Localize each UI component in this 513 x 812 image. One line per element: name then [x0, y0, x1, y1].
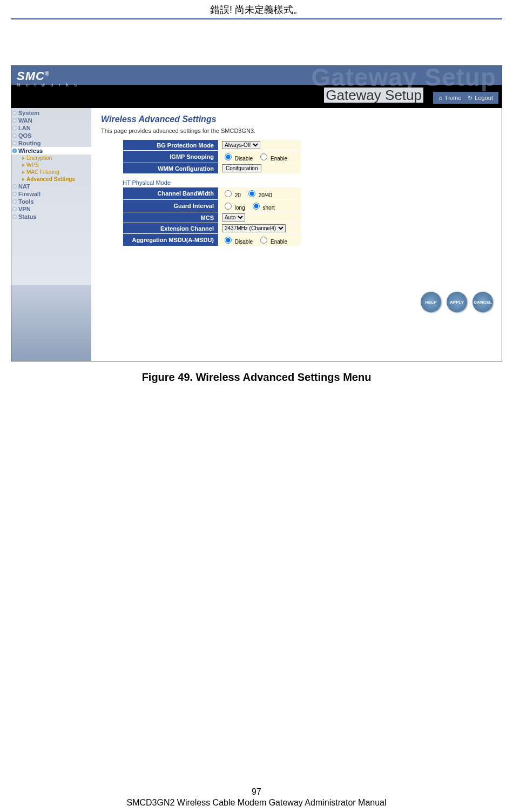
section-heading: HT Physical Mode	[123, 179, 492, 186]
mcs-select[interactable]: Auto	[222, 213, 245, 222]
sidebar-item-label: QOS	[18, 132, 31, 139]
sidebar-background-image	[11, 285, 91, 361]
page-footer: 97 SMCD3GN2 Wireless Cable Modem Gateway…	[0, 787, 513, 812]
radio-label: long	[235, 205, 245, 211]
triangle-icon	[22, 157, 25, 160]
sidebar-sub-wps[interactable]: WPS	[11, 162, 91, 169]
home-icon: ⌂	[438, 95, 444, 101]
bullet-icon	[12, 133, 17, 138]
sidebar-item-label: Wireless	[18, 147, 43, 154]
page-title: Wireless Advanced Settings	[101, 115, 492, 124]
amsdu-disable-option[interactable]: Disable	[222, 239, 253, 245]
sidebar-item-label: NAT	[18, 183, 30, 190]
radio-input[interactable]	[253, 203, 260, 210]
bullet-icon	[12, 141, 17, 145]
apply-button[interactable]: APPLY	[447, 292, 467, 312]
radio-label: Disable	[235, 239, 253, 245]
radio-label: short	[263, 205, 275, 211]
ext-channel-select[interactable]: 2437MHz (Channel4)	[222, 224, 286, 232]
sidebar-item-system[interactable]: System	[11, 109, 91, 117]
ui-header: SMC® N e t w o r k s Gateway Setup Gatew…	[11, 66, 502, 108]
home-link[interactable]: ⌂ Home	[438, 95, 461, 101]
sidebar-item-label: Routing	[18, 140, 41, 146]
sidebar-item-firewall[interactable]: Firewall	[11, 190, 91, 198]
action-buttons: HELP APPLY CANCEL	[421, 292, 493, 312]
sidebar-item-label: WAN	[18, 117, 32, 124]
settings-table-2: Channel BandWidth 20 20/40 Guard Interva…	[123, 187, 301, 246]
bullet-icon	[12, 149, 17, 153]
brand-logo: SMC®	[17, 69, 50, 83]
triangle-icon	[22, 171, 25, 174]
row-label: Guard Interval	[123, 200, 219, 212]
gateway-setup-label: Gateway Setup	[324, 88, 423, 103]
row-label: MCS	[123, 212, 219, 223]
sidebar: System WAN LAN QOS Routing Wireless Encr…	[11, 108, 91, 361]
radio-input[interactable]	[225, 203, 232, 210]
amsdu-enable-option[interactable]: Enable	[258, 239, 287, 245]
sidebar-sub-advanced-settings[interactable]: Advanced Settings	[11, 176, 91, 183]
brand-subtext: N e t w o r k s	[17, 82, 79, 88]
sidebar-sub-encryption[interactable]: Encryption	[11, 155, 91, 162]
sidebar-item-qos[interactable]: QOS	[11, 132, 91, 139]
igmp-enable-option[interactable]: Enable	[258, 156, 287, 162]
sidebar-item-label: Status	[18, 213, 37, 220]
sub-item-label: MAC Filtering	[26, 169, 59, 175]
sidebar-sub-mac-filtering[interactable]: MAC Filtering	[11, 169, 91, 176]
radio-label: Disable	[235, 156, 253, 162]
home-label: Home	[446, 95, 461, 101]
help-button[interactable]: HELP	[421, 292, 441, 312]
sub-item-label: Advanced Settings	[26, 176, 75, 182]
radio-input[interactable]	[225, 237, 232, 244]
bullet-icon	[12, 184, 17, 189]
sidebar-item-wireless[interactable]: Wireless	[11, 147, 91, 155]
sidebar-item-wan[interactable]: WAN	[11, 117, 91, 124]
radio-label: 20	[235, 192, 241, 198]
bullet-icon	[12, 111, 17, 115]
bullet-icon	[12, 214, 17, 219]
row-label: Extension Channel	[123, 223, 219, 234]
sidebar-item-label: Tools	[18, 198, 34, 205]
gi-long-option[interactable]: long	[222, 205, 245, 211]
sidebar-item-label: Firewall	[18, 191, 40, 197]
radio-label: Enable	[271, 239, 287, 245]
row-label: BG Protection Mode	[123, 140, 219, 151]
sidebar-item-lan[interactable]: LAN	[11, 124, 91, 132]
bullet-icon	[12, 126, 17, 130]
radio-input[interactable]	[248, 190, 255, 197]
row-label: Aggregation MSDU(A-MSDU)	[123, 234, 219, 246]
bw-2040-option[interactable]: 20/40	[246, 192, 272, 198]
horizontal-rule	[11, 18, 502, 19]
page-number: 97	[0, 787, 513, 797]
sidebar-item-routing[interactable]: Routing	[11, 139, 91, 147]
sub-item-label: WPS	[26, 162, 39, 168]
bullet-icon	[12, 118, 17, 123]
page-description: This page provides advanced settings for…	[101, 127, 492, 134]
wmm-config-button[interactable]: Conifguration	[222, 164, 261, 172]
sidebar-item-status[interactable]: Status	[11, 213, 91, 220]
settings-table-1: BG Protection Mode Always-Off IGMP Snoop…	[123, 139, 301, 174]
logout-icon: ↻	[468, 95, 473, 102]
radio-input[interactable]	[260, 237, 267, 244]
sidebar-item-vpn[interactable]: VPN	[11, 205, 91, 213]
radio-input[interactable]	[225, 190, 232, 197]
registered-mark: ®	[45, 70, 50, 77]
row-label: WMM Configuration	[123, 163, 219, 174]
radio-input[interactable]	[260, 153, 267, 160]
bw-20-option[interactable]: 20	[222, 192, 241, 198]
sidebar-item-label: System	[18, 110, 39, 116]
gi-short-option[interactable]: short	[250, 205, 275, 211]
row-label: IGMP Snooping	[123, 151, 219, 163]
brand-text: SMC	[17, 69, 45, 83]
sidebar-item-nat[interactable]: NAT	[11, 183, 91, 190]
bg-protection-select[interactable]: Always-Off	[222, 141, 260, 149]
bullet-icon	[12, 192, 17, 196]
sidebar-item-label: LAN	[18, 125, 31, 131]
cancel-button[interactable]: CANCEL	[473, 292, 493, 312]
logout-link[interactable]: ↻ Logout	[468, 95, 493, 102]
radio-label: 20/40	[259, 192, 272, 198]
row-label: Channel BandWidth	[123, 187, 219, 200]
radio-input[interactable]	[225, 153, 232, 160]
top-nav: ⌂ Home ↻ Logout	[433, 92, 498, 104]
sidebar-item-tools[interactable]: Tools	[11, 198, 91, 205]
igmp-disable-option[interactable]: Disable	[222, 156, 253, 162]
